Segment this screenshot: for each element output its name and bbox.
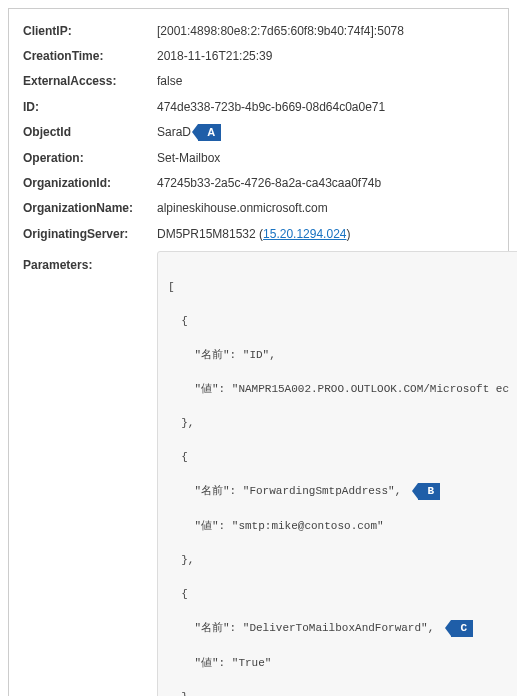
param-line: "名前": "ID", bbox=[168, 347, 509, 364]
value-organization-name: alpineskihouse.onmicrosoft.com bbox=[157, 200, 494, 216]
text-object-id: SaraD bbox=[157, 125, 191, 139]
param-line: { bbox=[168, 449, 509, 466]
parameters-code-box: [ { "名前": "ID", "値": "NAMPR15A002.PROO.O… bbox=[157, 251, 517, 696]
param-line: "値": "smtp:mike@contoso.com" bbox=[168, 518, 509, 535]
value-organization-id: 47245b33-2a5c-4726-8a2a-ca43caa0f74b bbox=[157, 175, 494, 191]
label-client-ip: ClientIP: bbox=[23, 23, 157, 39]
label-parameters: Parameters: bbox=[23, 251, 157, 273]
value-originating-server: DM5PR15M81532 (15.20.1294.024) bbox=[157, 226, 494, 242]
parameters-content: [ { "名前": "ID", "値": "NAMPR15A002.PROO.O… bbox=[168, 262, 509, 696]
row-originating-server: OriginatingServer: DM5PR15M81532 (15.20.… bbox=[23, 226, 494, 242]
row-organization-id: OrganizationId: 47245b33-2a5c-4726-8a2a-… bbox=[23, 175, 494, 191]
row-id: ID: 474de338-723b-4b9c-b669-08d64c0a0e71 bbox=[23, 99, 494, 115]
callout-a: A bbox=[198, 124, 221, 141]
callout-b: B bbox=[418, 483, 440, 500]
row-object-id: ObjectId SaraD A bbox=[23, 124, 494, 141]
row-creation-time: CreationTime: 2018-11-16T21:25:39 bbox=[23, 48, 494, 64]
value-external-access: false bbox=[157, 73, 494, 89]
param-line: "名前": "DeliverToMailboxAndForward", C bbox=[168, 620, 509, 637]
audit-detail-panel: ClientIP: [2001:4898:80e8:2:7d65:60f8:9b… bbox=[8, 8, 509, 696]
row-organization-name: OrganizationName: alpineskihouse.onmicro… bbox=[23, 200, 494, 216]
server-prefix: DM5PR15M81532 ( bbox=[157, 227, 263, 241]
row-operation: Operation: Set-Mailbox bbox=[23, 150, 494, 166]
value-creation-time: 2018-11-16T21:25:39 bbox=[157, 48, 494, 64]
value-object-id: SaraD A bbox=[157, 124, 494, 141]
row-external-access: ExternalAccess: false bbox=[23, 73, 494, 89]
param-line: "値": "NAMPR15A002.PROO.OUTLOOK.COM/Micro… bbox=[168, 381, 509, 398]
callout-c: C bbox=[451, 620, 473, 637]
server-suffix: ) bbox=[346, 227, 350, 241]
param-line: "値": "True" bbox=[168, 655, 509, 672]
label-operation: Operation: bbox=[23, 150, 157, 166]
label-originating-server: OriginatingServer: bbox=[23, 226, 157, 242]
param-line: { bbox=[168, 586, 509, 603]
param-line: [ bbox=[168, 279, 509, 296]
label-organization-name: OrganizationName: bbox=[23, 200, 157, 216]
label-organization-id: OrganizationId: bbox=[23, 175, 157, 191]
value-operation: Set-Mailbox bbox=[157, 150, 494, 166]
param-line: { bbox=[168, 313, 509, 330]
param-line: }, bbox=[168, 415, 509, 432]
value-id: 474de338-723b-4b9c-b669-08d64c0a0e71 bbox=[157, 99, 494, 115]
server-version-link[interactable]: 15.20.1294.024 bbox=[263, 227, 346, 241]
label-object-id: ObjectId bbox=[23, 124, 157, 140]
param-line: } bbox=[168, 689, 509, 696]
row-client-ip: ClientIP: [2001:4898:80e8:2:7d65:60f8:9b… bbox=[23, 23, 494, 39]
label-id: ID: bbox=[23, 99, 157, 115]
label-external-access: ExternalAccess: bbox=[23, 73, 157, 89]
param-line: }, bbox=[168, 552, 509, 569]
label-creation-time: CreationTime: bbox=[23, 48, 157, 64]
row-parameters: Parameters: [ { "名前": "ID", "値": "NAMPR1… bbox=[23, 251, 494, 696]
value-parameters: [ { "名前": "ID", "値": "NAMPR15A002.PROO.O… bbox=[157, 251, 517, 696]
param-line: "名前": "ForwardingSmtpAddress", B bbox=[168, 483, 509, 500]
value-client-ip: [2001:4898:80e8:2:7d65:60f8:9b40:74f4]:5… bbox=[157, 23, 494, 39]
